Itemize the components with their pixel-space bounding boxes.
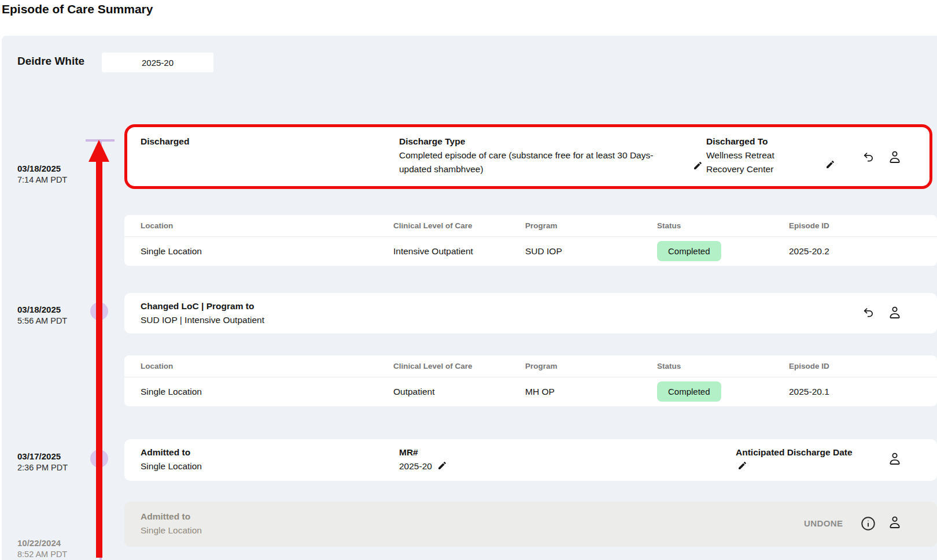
person-icon <box>887 451 903 469</box>
timeline-time: 2:36 PM PDT <box>17 463 93 472</box>
edit-anticipated-discharge-date-button[interactable] <box>737 461 747 473</box>
changed-loc-subtitle: SUD IOP | Intensive Outpatient <box>141 313 264 327</box>
timeline-arrow-shaft <box>96 161 102 558</box>
timeline-time: 8:52 AM PDT <box>17 550 93 559</box>
status-badge: Completed <box>657 241 721 261</box>
discharge-type-label: Discharge Type <box>399 135 683 149</box>
patient-name: Deidre White <box>17 55 84 68</box>
edit-mr-button[interactable] <box>437 461 447 473</box>
timeline-time: 5:56 AM PDT <box>17 316 93 325</box>
changed-loc-title: Changed LoC | Program to <box>141 299 254 313</box>
discharged-to-label: Discharged To <box>706 135 793 149</box>
pencil-icon <box>437 461 447 473</box>
program-cell: SUD IOP <box>525 246 657 257</box>
table-header-row: Location Clinical Level of Care Program … <box>124 355 937 377</box>
undone-info-button[interactable] <box>860 516 876 534</box>
timeline-date: 03/18/2025 <box>17 305 93 314</box>
undo-arrow-icon <box>861 306 876 323</box>
undone-status-label: UNDONE <box>804 518 843 528</box>
column-header-clinical-level-of-care: Clinical Level of Care <box>393 362 525 370</box>
discharged-event-card: Discharged Discharge Type Completed epis… <box>124 124 932 189</box>
column-header-status: Status <box>657 362 789 370</box>
mr-label: MR# <box>399 446 418 459</box>
undo-discharge-button[interactable] <box>861 150 876 168</box>
edit-discharge-type-button[interactable] <box>693 161 703 173</box>
undone-title: Admitted to <box>141 510 190 524</box>
column-header-status: Status <box>657 221 789 230</box>
column-header-clinical-level-of-care: Clinical Level of Care <box>393 221 525 230</box>
pencil-icon <box>693 161 703 173</box>
location-cell: Single Location <box>141 387 393 397</box>
clinical-level-cell: Outpatient <box>393 387 525 397</box>
pencil-icon <box>825 160 835 172</box>
info-circle-icon <box>860 516 876 534</box>
undone-user-button[interactable] <box>887 514 903 533</box>
undone-subtitle: Single Location <box>141 524 202 537</box>
episode-table: Location Clinical Level of Care Program … <box>124 215 937 266</box>
clinical-level-cell: Intensive Outpatient <box>393 246 525 257</box>
table-row: Single Location Outpatient MH OP Complet… <box>124 377 937 406</box>
undone-event-card: Admitted to Single Location UNDONE <box>124 502 937 547</box>
changed-loc-event-card: Changed LoC | Program to SUD IOP | Inten… <box>124 293 937 333</box>
timeline-arrow-head-icon <box>88 140 109 162</box>
discharge-type-value: Completed episode of care (substance fre… <box>399 149 683 176</box>
person-icon <box>887 514 903 533</box>
edit-discharged-to-button[interactable] <box>825 160 835 172</box>
timeline-entry: 03/17/2025 2:36 PM PDT <box>17 451 93 472</box>
mr-value: 2025-20 <box>399 459 432 473</box>
timeline-date: 03/18/2025 <box>17 164 93 173</box>
episode-of-care-page: Episode of Care Summary Deidre White 202… <box>0 0 937 560</box>
column-header-program: Program <box>525 221 657 230</box>
episode-id-cell: 2025-20.2 <box>789 246 937 257</box>
program-cell: MH OP <box>525 387 657 397</box>
pencil-icon <box>737 461 747 473</box>
status-badge: Completed <box>657 381 721 402</box>
person-icon <box>887 305 903 323</box>
admitted-title: Admitted to <box>141 446 190 459</box>
undo-arrow-icon <box>861 150 876 168</box>
undo-change-button[interactable] <box>861 306 876 323</box>
timeline-time: 7:14 AM PDT <box>17 175 93 184</box>
change-user-button[interactable] <box>887 305 903 323</box>
discharged-to-block: Discharged To Wellness Retreat Recovery … <box>706 135 793 176</box>
mr-value-row: 2025-20 <box>399 459 447 473</box>
discharged-title: Discharged <box>141 135 189 149</box>
table-row: Single Location Intensive Outpatient SUD… <box>124 237 937 265</box>
location-cell: Single Location <box>141 246 393 257</box>
column-header-program: Program <box>525 362 657 370</box>
table-header-row: Location Clinical Level of Care Program … <box>124 215 937 237</box>
column-header-episode-id: Episode ID <box>789 221 937 230</box>
episode-table: Location Clinical Level of Care Program … <box>124 355 937 406</box>
person-icon <box>887 149 903 168</box>
admitted-subtitle: Single Location <box>141 459 202 473</box>
admitted-user-button[interactable] <box>887 451 903 469</box>
page-title: Episode of Care Summary <box>2 2 153 16</box>
timeline-entry: 03/18/2025 7:14 AM PDT <box>17 164 93 184</box>
column-header-location: Location <box>141 362 393 370</box>
timeline-entry: 03/18/2025 5:56 AM PDT <box>17 305 93 325</box>
episode-summary-panel: Deidre White 2025-20 03/18/2025 7:14 AM … <box>2 36 937 560</box>
column-header-location: Location <box>141 221 393 230</box>
discharge-user-button[interactable] <box>887 149 903 168</box>
discharge-type-block: Discharge Type Completed episode of care… <box>399 135 683 176</box>
admitted-event-card: Admitted to Single Location MR# 2025-20 … <box>124 439 937 481</box>
column-header-episode-id: Episode ID <box>789 362 937 370</box>
episode-id-cell: 2025-20.1 <box>789 387 937 397</box>
timeline-date: 10/22/2024 <box>17 538 93 548</box>
anticipated-discharge-date-label: Anticipated Discharge Date <box>736 446 853 459</box>
timeline-entry: 10/22/2024 8:52 AM PDT <box>17 538 93 559</box>
timeline-date: 03/17/2025 <box>17 451 93 461</box>
discharged-to-value: Wellness Retreat Recovery Center <box>706 149 793 176</box>
mr-number-field[interactable]: 2025-20 <box>102 53 213 72</box>
